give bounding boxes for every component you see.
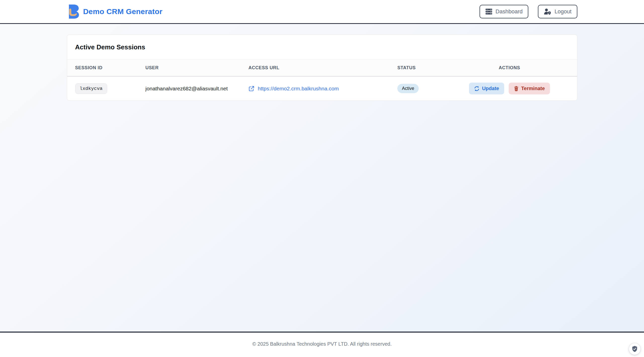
- session-id-cell: lxdkycva: [67, 76, 138, 100]
- header-status: STATUS: [389, 60, 442, 76]
- sessions-table: SESSION ID USER ACCESS URL STATUS ACTION…: [67, 60, 577, 100]
- brand-title: Demo CRM Generator: [83, 7, 162, 16]
- navbar: Demo CRM Generator: [0, 0, 644, 24]
- dashboard-button[interactable]: Dashboard: [480, 5, 529, 18]
- table-header-row: SESSION ID USER ACCESS URL STATUS ACTION…: [67, 60, 577, 76]
- table-row: lxdkycva jonathanalvarez682@aliasvault.n…: [67, 76, 577, 100]
- header-user: USER: [137, 60, 240, 76]
- status-badge: Active: [397, 84, 419, 93]
- dashboard-button-label: Dashboard: [496, 8, 523, 15]
- update-button-label: Update: [482, 86, 499, 91]
- brand-logo-icon: [67, 4, 79, 19]
- logout-button-label: Logout: [554, 8, 571, 15]
- external-link-icon[interactable]: [248, 86, 254, 92]
- navbar-inner: Demo CRM Generator: [67, 0, 577, 23]
- main-content: Active Demo Sessions SESSION ID USER ACC…: [0, 24, 644, 333]
- user-cell: jonathanalvarez682@aliasvault.net: [137, 76, 240, 100]
- terminate-button-label: Terminate: [521, 86, 545, 91]
- access-url-cell: https://demo2.crm.balkrushna.com: [240, 76, 389, 100]
- footer: © 2025 Balkrushna Technologies PVT LTD. …: [0, 333, 644, 355]
- shield-check-badge[interactable]: [629, 343, 640, 355]
- sessions-card: Active Demo Sessions SESSION ID USER ACC…: [67, 34, 577, 101]
- header-access-url: ACCESS URL: [240, 60, 389, 76]
- brand[interactable]: Demo CRM Generator: [67, 4, 162, 19]
- status-cell: Active: [389, 76, 442, 100]
- card-title: Active Demo Sessions: [67, 35, 577, 60]
- nav-actions: Dashboard Logout: [480, 5, 577, 18]
- actions-cell: Update: [442, 76, 577, 100]
- header-session-id: SESSION ID: [67, 60, 138, 76]
- logout-button[interactable]: Logout: [538, 5, 577, 18]
- copyright-text: © 2025 Balkrushna Technologies PVT LTD. …: [252, 341, 392, 347]
- update-button[interactable]: Update: [469, 83, 504, 94]
- refresh-icon: [474, 86, 480, 91]
- session-id-badge: lxdkycva: [75, 83, 107, 94]
- person-shield-icon: [544, 8, 551, 15]
- terminate-button[interactable]: Terminate: [509, 83, 550, 94]
- access-url-link[interactable]: https://demo2.crm.balkrushna.com: [258, 86, 339, 92]
- trash-icon: [514, 86, 519, 91]
- server-stack-icon: [485, 8, 492, 15]
- header-actions: ACTIONS: [442, 60, 577, 76]
